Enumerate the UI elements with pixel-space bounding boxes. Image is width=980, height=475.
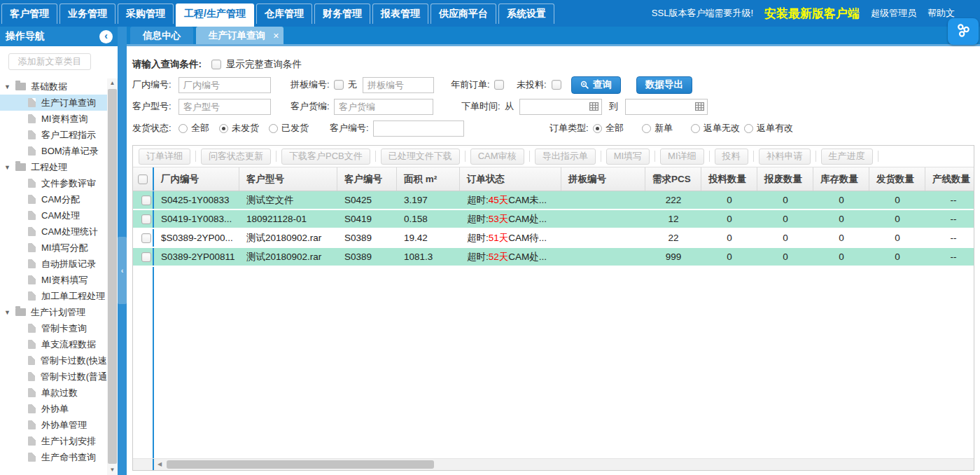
col-stock-qty[interactable]: 库存数量 (813, 167, 869, 191)
table-row[interactable]: S0389-2YP00811 测试20180902.rar S0389 1081… (133, 248, 974, 267)
not-fed-checkbox[interactable] (552, 80, 561, 90)
panel-none-checkbox[interactable] (334, 80, 344, 90)
show-full-conditions-checkbox[interactable] (211, 60, 221, 69)
supplement-material-button[interactable]: 补料申请 (759, 149, 811, 165)
sidebar-collapse-button[interactable]: ‹ (99, 30, 113, 43)
row-checkbox[interactable] (141, 233, 151, 243)
tree-item-outsource-order-mgmt[interactable]: 外协单管理 (0, 417, 107, 433)
table-row[interactable]: S0419-1Y0083... 180921128-01 S0419 0.158… (133, 210, 974, 229)
tree-item-production-order-doc-query[interactable]: 生产命书查询 (0, 449, 107, 465)
nav-tab-business-mgmt[interactable]: 业务管理 (59, 4, 115, 24)
row-checkbox[interactable] (141, 195, 151, 205)
install-client-link[interactable]: 安装最新版客户端 (764, 6, 860, 22)
feed-material-button[interactable]: 投料 (715, 149, 748, 165)
tree-item-mi-data-fill[interactable]: MI资料填写 (0, 272, 107, 288)
scroll-up-icon[interactable]: ▲ (107, 78, 118, 88)
col-scrap-qty[interactable]: 报废数量 (757, 167, 813, 191)
tree-item-mi-data-query[interactable]: MI资料查询 (0, 111, 107, 127)
scroll-left-icon[interactable]: ◀ (154, 459, 165, 470)
add-article-category-button[interactable]: 添加新文章类目 (8, 53, 91, 70)
tree-item-mi-fill-assign[interactable]: MI填写分配 (0, 240, 107, 256)
ship-status-shipped-radio[interactable]: 已发货 (269, 122, 309, 135)
row-checkbox[interactable] (141, 214, 151, 224)
nav-tab-report-mgmt[interactable]: 报表管理 (372, 4, 428, 24)
tree-item-file-param-review[interactable]: 文件参数评审 (0, 175, 107, 191)
sidebar-scrollbar-thumb[interactable] (108, 89, 117, 464)
nav-tab-supplier-platform[interactable]: 供应商平台 (430, 4, 496, 24)
col-demand-pcs[interactable]: 需求PCS (645, 167, 701, 191)
tab-info-center[interactable]: 信息中心 (130, 27, 193, 44)
tree-folder-basic-data[interactable]: ▼基础数据 (0, 78, 107, 95)
close-icon[interactable]: ✕ (273, 27, 279, 45)
col-feed-qty[interactable]: 投料数量 (701, 167, 757, 191)
tree-item-cam-assign[interactable]: CAM分配 (0, 191, 107, 207)
pre-year-order-checkbox[interactable] (494, 80, 504, 90)
user-name[interactable]: 超级管理员 (871, 7, 916, 20)
col-customer-model[interactable]: 客户型号 (239, 167, 337, 191)
ask-customer-status-button[interactable]: 问客状态更新 (201, 149, 271, 165)
tree-item-control-card-query[interactable]: 管制卡查询 (0, 320, 107, 336)
col-area[interactable]: 面积 m² (397, 167, 460, 191)
calendar-icon[interactable] (589, 102, 598, 111)
tree-item-single-flow-data[interactable]: 单支流程数据 (0, 336, 107, 352)
customer-code-input[interactable] (334, 99, 433, 115)
tree-item-cam-process-stats[interactable]: CAM处理统计 (0, 223, 107, 240)
floating-contact-button[interactable] (948, 18, 979, 45)
col-factory-no[interactable]: 厂内编号 (154, 167, 239, 191)
tree-item-outsource-order[interactable]: 外协单 (0, 401, 107, 417)
order-type-repeat-nochange-radio[interactable]: 返单无改 (691, 122, 740, 135)
calendar-icon[interactable] (695, 102, 704, 111)
scroll-down-icon[interactable]: ▼ (107, 465, 118, 475)
splitter-collapse-handle[interactable]: ‹ (118, 237, 127, 304)
tree-item-bom-list-record[interactable]: BOM清单记录 (0, 143, 107, 159)
sidebar-splitter[interactable]: ‹ (118, 27, 127, 475)
mi-fill-button[interactable]: MI填写 (606, 149, 650, 165)
col-ship-qty[interactable]: 发货数量 (869, 167, 925, 191)
tree-item-production-order-query[interactable]: 生产订单查询 (0, 95, 107, 111)
download-processed-file-button[interactable]: 已处理文件下载 (381, 149, 460, 165)
col-customer-no[interactable]: 客户编号 (337, 167, 397, 191)
export-instruction-button[interactable]: 导出指示单 (535, 149, 596, 165)
nav-tab-finance-mgmt[interactable]: 财务管理 (314, 4, 370, 24)
nav-tab-warehouse-mgmt[interactable]: 仓库管理 (256, 4, 312, 24)
ship-status-not-shipped-radio[interactable]: 未发货 (219, 122, 259, 135)
nav-tab-engineering-production[interactable]: 工程/生产管理 (176, 4, 254, 27)
customer-model-input[interactable] (178, 99, 271, 115)
sidebar-scrollbar[interactable]: ▲ ▼ (107, 78, 118, 475)
row-checkbox[interactable] (141, 252, 151, 262)
horizontal-scrollbar-thumb[interactable] (167, 460, 434, 469)
tree-folder-engineering-process[interactable]: ▼工程处理 (0, 159, 107, 175)
col-line-qty[interactable]: 产线数量 (925, 167, 974, 191)
tab-production-order-query[interactable]: 生产订单查询 ✕ (196, 27, 284, 44)
tree-item-card-count-normal[interactable]: 管制卡过数(普通 (0, 369, 107, 385)
tree-item-single-count[interactable]: 单款过数 (0, 385, 107, 401)
tree-item-card-count-fast[interactable]: 管制卡过数(快速 (0, 352, 107, 369)
select-all-checkbox[interactable] (138, 174, 148, 184)
tree-item-work-order-process[interactable]: 加工单工程处理 (0, 288, 107, 304)
nav-tab-customer-mgmt[interactable]: 客户管理 (1, 4, 57, 24)
search-button[interactable]: 查询 (571, 76, 621, 94)
order-type-repeat-changed-radio[interactable]: 返单有改 (744, 122, 793, 135)
col-panel-no[interactable]: 拼板编号 (561, 167, 645, 191)
help-link[interactable]: 帮助文 (927, 7, 955, 20)
customer-no-input[interactable] (373, 121, 464, 137)
tree-item-cam-process[interactable]: CAM处理 (0, 207, 107, 223)
tree-item-production-plan-arrange[interactable]: 生产计划安排 (0, 433, 107, 449)
table-row[interactable]: $S0389-2YP00... 测试20180902.rar S0389 19.… (133, 229, 974, 248)
tree-item-auto-panel-record[interactable]: 自动拼版记录 (0, 256, 107, 272)
panel-no-input[interactable] (363, 77, 434, 93)
tree-item-customer-engineering-note[interactable]: 客户工程指示 (0, 127, 107, 143)
factory-no-input[interactable] (178, 77, 271, 93)
order-type-new-radio[interactable]: 新单 (642, 122, 673, 135)
tree-folder-production-plan-mgmt[interactable]: ▼生产计划管理 (0, 304, 107, 320)
col-order-status[interactable]: 订单状态 (460, 167, 561, 191)
cam-audit-button[interactable]: CAM审核 (470, 149, 524, 165)
order-type-all-radio[interactable]: 全部 (593, 122, 624, 135)
download-customer-pcb-button[interactable]: 下载客户PCB文件 (281, 149, 370, 165)
data-export-button[interactable]: 数据导出 (636, 76, 692, 94)
nav-tab-system-settings[interactable]: 系统设置 (498, 4, 554, 24)
mi-detail-button[interactable]: MI详细 (660, 149, 704, 165)
horizontal-scrollbar[interactable]: ◀ (133, 458, 974, 470)
order-detail-button[interactable]: 订单详细 (139, 149, 190, 165)
table-row[interactable]: S0425-1Y00833 测试空文件 S0425 3.197 超时:45天 C… (133, 191, 974, 210)
